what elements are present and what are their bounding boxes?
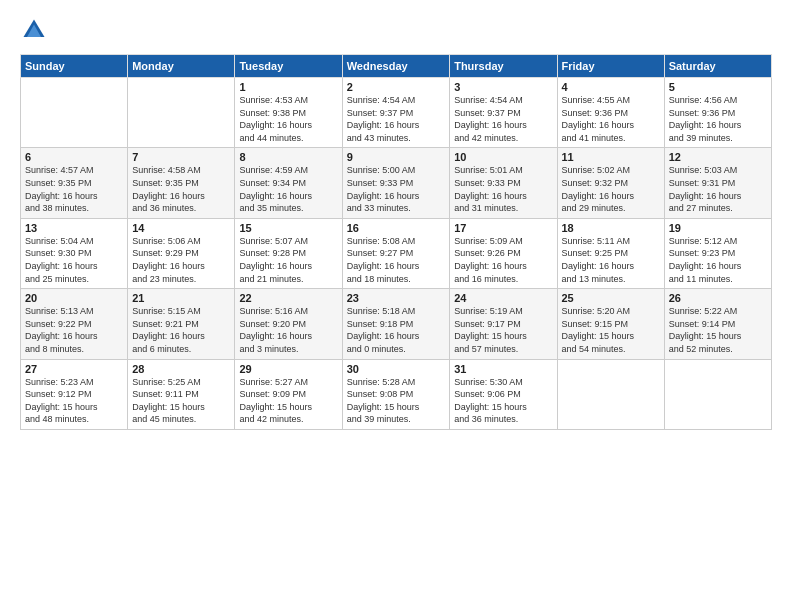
weekday-header-wednesday: Wednesday [342,55,449,78]
calendar-cell: 22Sunrise: 5:16 AM Sunset: 9:20 PM Dayli… [235,289,342,359]
day-number: 16 [347,222,445,234]
calendar-cell: 9Sunrise: 5:00 AM Sunset: 9:33 PM Daylig… [342,148,449,218]
calendar-cell: 24Sunrise: 5:19 AM Sunset: 9:17 PM Dayli… [450,289,557,359]
calendar-cell: 23Sunrise: 5:18 AM Sunset: 9:18 PM Dayli… [342,289,449,359]
calendar-cell [664,359,771,429]
day-number: 27 [25,363,123,375]
day-number: 15 [239,222,337,234]
day-number: 4 [562,81,660,93]
calendar-week-5: 27Sunrise: 5:23 AM Sunset: 9:12 PM Dayli… [21,359,772,429]
day-number: 23 [347,292,445,304]
calendar-cell: 29Sunrise: 5:27 AM Sunset: 9:09 PM Dayli… [235,359,342,429]
day-number: 29 [239,363,337,375]
calendar-cell: 3Sunrise: 4:54 AM Sunset: 9:37 PM Daylig… [450,78,557,148]
day-info: Sunrise: 4:58 AM Sunset: 9:35 PM Dayligh… [132,164,230,214]
weekday-header-friday: Friday [557,55,664,78]
calendar-cell: 7Sunrise: 4:58 AM Sunset: 9:35 PM Daylig… [128,148,235,218]
header [20,16,772,44]
calendar-cell: 13Sunrise: 5:04 AM Sunset: 9:30 PM Dayli… [21,218,128,288]
day-number: 8 [239,151,337,163]
weekday-header-tuesday: Tuesday [235,55,342,78]
day-number: 13 [25,222,123,234]
day-info: Sunrise: 4:55 AM Sunset: 9:36 PM Dayligh… [562,94,660,144]
day-number: 24 [454,292,552,304]
day-info: Sunrise: 5:15 AM Sunset: 9:21 PM Dayligh… [132,305,230,355]
logo [20,16,52,44]
calendar-week-2: 6Sunrise: 4:57 AM Sunset: 9:35 PM Daylig… [21,148,772,218]
calendar-cell: 20Sunrise: 5:13 AM Sunset: 9:22 PM Dayli… [21,289,128,359]
day-info: Sunrise: 5:03 AM Sunset: 9:31 PM Dayligh… [669,164,767,214]
day-info: Sunrise: 4:53 AM Sunset: 9:38 PM Dayligh… [239,94,337,144]
day-number: 3 [454,81,552,93]
calendar-cell: 5Sunrise: 4:56 AM Sunset: 9:36 PM Daylig… [664,78,771,148]
calendar-cell: 17Sunrise: 5:09 AM Sunset: 9:26 PM Dayli… [450,218,557,288]
day-number: 21 [132,292,230,304]
day-number: 1 [239,81,337,93]
day-number: 14 [132,222,230,234]
day-info: Sunrise: 5:18 AM Sunset: 9:18 PM Dayligh… [347,305,445,355]
calendar-week-1: 1Sunrise: 4:53 AM Sunset: 9:38 PM Daylig… [21,78,772,148]
day-info: Sunrise: 5:22 AM Sunset: 9:14 PM Dayligh… [669,305,767,355]
calendar-cell [128,78,235,148]
day-info: Sunrise: 5:25 AM Sunset: 9:11 PM Dayligh… [132,376,230,426]
day-info: Sunrise: 4:54 AM Sunset: 9:37 PM Dayligh… [454,94,552,144]
calendar-cell: 2Sunrise: 4:54 AM Sunset: 9:37 PM Daylig… [342,78,449,148]
calendar-cell: 27Sunrise: 5:23 AM Sunset: 9:12 PM Dayli… [21,359,128,429]
day-number: 19 [669,222,767,234]
day-number: 26 [669,292,767,304]
day-info: Sunrise: 5:20 AM Sunset: 9:15 PM Dayligh… [562,305,660,355]
day-number: 20 [25,292,123,304]
day-info: Sunrise: 5:19 AM Sunset: 9:17 PM Dayligh… [454,305,552,355]
day-info: Sunrise: 5:06 AM Sunset: 9:29 PM Dayligh… [132,235,230,285]
day-number: 12 [669,151,767,163]
day-number: 5 [669,81,767,93]
calendar-cell: 1Sunrise: 4:53 AM Sunset: 9:38 PM Daylig… [235,78,342,148]
day-number: 2 [347,81,445,93]
weekday-header-thursday: Thursday [450,55,557,78]
page: SundayMondayTuesdayWednesdayThursdayFrid… [0,0,792,440]
day-info: Sunrise: 5:09 AM Sunset: 9:26 PM Dayligh… [454,235,552,285]
calendar-cell: 11Sunrise: 5:02 AM Sunset: 9:32 PM Dayli… [557,148,664,218]
calendar-cell: 31Sunrise: 5:30 AM Sunset: 9:06 PM Dayli… [450,359,557,429]
day-info: Sunrise: 5:11 AM Sunset: 9:25 PM Dayligh… [562,235,660,285]
calendar-cell: 4Sunrise: 4:55 AM Sunset: 9:36 PM Daylig… [557,78,664,148]
calendar-cell: 28Sunrise: 5:25 AM Sunset: 9:11 PM Dayli… [128,359,235,429]
weekday-header-sunday: Sunday [21,55,128,78]
calendar-cell: 6Sunrise: 4:57 AM Sunset: 9:35 PM Daylig… [21,148,128,218]
day-info: Sunrise: 5:08 AM Sunset: 9:27 PM Dayligh… [347,235,445,285]
calendar-cell: 25Sunrise: 5:20 AM Sunset: 9:15 PM Dayli… [557,289,664,359]
calendar-week-3: 13Sunrise: 5:04 AM Sunset: 9:30 PM Dayli… [21,218,772,288]
calendar-cell: 21Sunrise: 5:15 AM Sunset: 9:21 PM Dayli… [128,289,235,359]
day-info: Sunrise: 4:54 AM Sunset: 9:37 PM Dayligh… [347,94,445,144]
day-number: 9 [347,151,445,163]
day-number: 30 [347,363,445,375]
day-info: Sunrise: 5:12 AM Sunset: 9:23 PM Dayligh… [669,235,767,285]
day-info: Sunrise: 5:28 AM Sunset: 9:08 PM Dayligh… [347,376,445,426]
calendar-table: SundayMondayTuesdayWednesdayThursdayFrid… [20,54,772,430]
day-number: 17 [454,222,552,234]
calendar-week-4: 20Sunrise: 5:13 AM Sunset: 9:22 PM Dayli… [21,289,772,359]
calendar-cell: 18Sunrise: 5:11 AM Sunset: 9:25 PM Dayli… [557,218,664,288]
day-number: 6 [25,151,123,163]
day-info: Sunrise: 5:13 AM Sunset: 9:22 PM Dayligh… [25,305,123,355]
day-number: 18 [562,222,660,234]
day-info: Sunrise: 5:04 AM Sunset: 9:30 PM Dayligh… [25,235,123,285]
day-info: Sunrise: 5:23 AM Sunset: 9:12 PM Dayligh… [25,376,123,426]
day-info: Sunrise: 5:07 AM Sunset: 9:28 PM Dayligh… [239,235,337,285]
calendar-cell: 16Sunrise: 5:08 AM Sunset: 9:27 PM Dayli… [342,218,449,288]
calendar-cell: 14Sunrise: 5:06 AM Sunset: 9:29 PM Dayli… [128,218,235,288]
calendar-cell: 8Sunrise: 4:59 AM Sunset: 9:34 PM Daylig… [235,148,342,218]
day-info: Sunrise: 5:02 AM Sunset: 9:32 PM Dayligh… [562,164,660,214]
day-info: Sunrise: 5:01 AM Sunset: 9:33 PM Dayligh… [454,164,552,214]
day-info: Sunrise: 5:30 AM Sunset: 9:06 PM Dayligh… [454,376,552,426]
day-info: Sunrise: 5:00 AM Sunset: 9:33 PM Dayligh… [347,164,445,214]
day-number: 7 [132,151,230,163]
calendar-cell: 19Sunrise: 5:12 AM Sunset: 9:23 PM Dayli… [664,218,771,288]
day-info: Sunrise: 4:59 AM Sunset: 9:34 PM Dayligh… [239,164,337,214]
weekday-header-monday: Monday [128,55,235,78]
day-info: Sunrise: 4:56 AM Sunset: 9:36 PM Dayligh… [669,94,767,144]
weekday-header-row: SundayMondayTuesdayWednesdayThursdayFrid… [21,55,772,78]
day-number: 25 [562,292,660,304]
calendar-cell: 12Sunrise: 5:03 AM Sunset: 9:31 PM Dayli… [664,148,771,218]
calendar-cell: 26Sunrise: 5:22 AM Sunset: 9:14 PM Dayli… [664,289,771,359]
